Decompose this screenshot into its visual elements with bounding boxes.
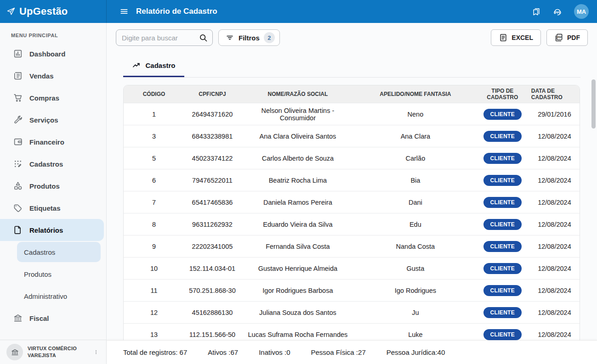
cell-codigo: 6 — [124, 169, 184, 191]
cell-codigo: 3 — [124, 125, 184, 147]
cell-cpf-cnpj: 152.114.034-01 — [184, 258, 240, 280]
cell-codigo: 9 — [124, 235, 184, 258]
cell-apelido: Igo Rodrigues — [355, 280, 476, 302]
cell-apelido: Edu — [355, 213, 476, 235]
cell-tipo: CLIENTE — [476, 125, 529, 147]
sidebar-subitem-label: Produtos — [24, 270, 51, 278]
cell-tipo: CLIENTE — [476, 302, 529, 324]
sidebar-subitem[interactable]: Produtos — [0, 263, 106, 285]
sidebar-item[interactable]: Financeiro — [0, 131, 106, 153]
receipt-icon — [13, 71, 23, 81]
table-header-row: CÓDIGO CPF/CNPJ NOME/RAZÃO SOCIAL APELID… — [124, 85, 580, 103]
cell-codigo: 12 — [124, 302, 184, 324]
sidebar-item-label: Dashboard — [29, 50, 65, 58]
company-switcher[interactable]: VIRTUX COMÉRCIO VAREJISTA — [0, 340, 106, 364]
sidebar-item[interactable]: Cadastros — [0, 153, 106, 175]
cell-data-cadastro: 12/08/2024 — [529, 280, 580, 302]
search-box — [116, 29, 213, 46]
filters-count-badge: 2 — [264, 32, 275, 43]
summary-stat: Total de registros: 67 — [123, 348, 187, 356]
cell-cpf-cnpj: 68433238981 — [184, 125, 240, 147]
cell-apelido: Gusta — [355, 258, 476, 280]
sidebar-item-label: Serviços — [29, 116, 58, 124]
search-icon[interactable] — [199, 33, 208, 42]
dashboard-icon — [13, 49, 23, 59]
column-header: DATA DE CADASTRO — [529, 85, 580, 103]
sidebar-subitem[interactable]: Cadastros — [17, 242, 101, 262]
cell-data-cadastro: 12/08/2024 — [529, 191, 580, 213]
excel-export-button[interactable]: EXCEL — [491, 29, 541, 46]
column-header: APELIDO/NOME FANTASIA — [355, 85, 476, 103]
sidebar-item[interactable]: Compras — [0, 87, 106, 109]
summary-stat: Pessoa Jurídica:40 — [387, 348, 445, 356]
sidebar-item-label: Financeiro — [29, 138, 64, 146]
cell-tipo: CLIENTE — [476, 258, 529, 280]
report-table: CÓDIGO CPF/CNPJ NOME/RAZÃO SOCIAL APELID… — [123, 85, 580, 346]
cell-data-cadastro: 12/08/2024 — [529, 302, 580, 324]
tag-icon — [13, 203, 23, 213]
cell-data-cadastro: 12/08/2024 — [529, 169, 580, 191]
sidebar-item[interactable]: Fiscal — [0, 307, 106, 329]
summary-stat: Ativos :67 — [208, 348, 238, 356]
tipo-cadastro-badge: CLIENTE — [483, 307, 522, 318]
pdf-file-icon: PDF — [554, 33, 563, 42]
table-row[interactable]: 7 65417465836 Daniela Ramos Pereira Dani… — [124, 191, 580, 213]
cell-data-cadastro: 12/08/2024 — [529, 213, 580, 235]
tipo-cadastro-badge: CLIENTE — [483, 263, 522, 274]
cell-cpf-cnpj: 26494371620 — [184, 103, 240, 125]
cell-cpf-cnpj: 570.251.868-30 — [184, 280, 240, 302]
table-row[interactable]: 12 45162886130 Juliana Souza dos Santos … — [124, 302, 580, 324]
vertical-scrollbar[interactable] — [591, 79, 596, 129]
menu-section-label: MENU PRINCIPAL — [0, 23, 106, 43]
sidebar-item[interactable]: Dashboard — [0, 43, 106, 65]
app-registration-icon — [13, 159, 23, 169]
cell-tipo: CLIENTE — [476, 191, 529, 213]
kebab-menu-icon[interactable] — [91, 347, 101, 357]
cell-cpf-cnpj: 45162886130 — [184, 302, 240, 324]
cell-nome: Nelson Oliveira Martins - Consumidor — [240, 103, 355, 125]
cell-cpf-cnpj: 22202341005 — [184, 235, 240, 258]
cell-nome: Carlos Alberto de Souza — [240, 147, 355, 169]
cell-nome: Igor Rodrigues Barbosa — [240, 280, 355, 302]
sidebar-item[interactable]: Produtos — [0, 175, 106, 197]
tipo-cadastro-badge: CLIENTE — [483, 131, 522, 142]
table-row[interactable]: 1 26494371620 Nelson Oliveira Martins - … — [124, 103, 580, 125]
tab-cadastro[interactable]: Cadastro — [123, 55, 184, 77]
company-name: VIRTUX COMÉRCIO VAREJISTA — [28, 345, 87, 359]
sidebar-item[interactable]: Etiquetas — [0, 197, 106, 219]
cell-nome: Fernanda Silva Costa — [240, 235, 355, 258]
cell-apelido: Bia — [355, 169, 476, 191]
support-headset-icon[interactable] — [553, 7, 562, 16]
cell-tipo: CLIENTE — [476, 280, 529, 302]
cell-nome: Juliana Souza dos Santos — [240, 302, 355, 324]
sidebar-item[interactable]: Vendas — [0, 65, 106, 87]
table-row[interactable]: 10 152.114.034-01 Gustavo Henrique Almei… — [124, 258, 580, 280]
page-title: Relatório de Cadastro — [136, 7, 217, 16]
sidebar-item[interactable]: Serviços — [0, 109, 106, 131]
cell-apelido: Ju — [355, 302, 476, 324]
cell-tipo: CLIENTE — [476, 147, 529, 169]
user-avatar[interactable]: MA — [574, 4, 589, 19]
filters-button[interactable]: Filtros 2 — [218, 29, 280, 46]
pdf-export-button[interactable]: PDF PDF — [546, 29, 588, 46]
table-row[interactable]: 11 570.251.868-30 Igor Rodrigues Barbosa… — [124, 280, 580, 302]
cell-data-cadastro: 12/08/2024 — [529, 235, 580, 258]
bank-icon — [6, 344, 23, 360]
table-row[interactable]: 9 22202341005 Fernanda Silva Costa Nanda… — [124, 235, 580, 258]
sidebar-subitem[interactable]: Administrativo — [0, 285, 106, 307]
cell-codigo: 8 — [124, 213, 184, 235]
table-row[interactable]: 5 45023374122 Carlos Alberto de Souza Ca… — [124, 147, 580, 169]
sidebar-nav: Dashboard Vendas Compras Serviço — [0, 43, 106, 340]
menu-hamburger-icon[interactable] — [119, 7, 129, 16]
tabs-bar: Cadastro — [123, 55, 580, 78]
search-input[interactable] — [122, 34, 199, 42]
table-row[interactable]: 6 79476522011 Beatriz Rocha Lima Bia CLI… — [124, 169, 580, 191]
cell-data-cadastro: 12/08/2024 — [529, 125, 580, 147]
sidebar-item-label: Fiscal — [29, 314, 49, 322]
cell-nome: Eduardo Vieira da Silva — [240, 213, 355, 235]
sidebar-item[interactable]: Relatórios — [0, 219, 104, 241]
table-row[interactable]: 3 68433238981 Ana Clara Oliveira Santos … — [124, 125, 580, 147]
bookmarks-icon[interactable] — [532, 7, 541, 16]
table-row[interactable]: 8 96311262932 Eduardo Vieira da Silva Ed… — [124, 213, 580, 235]
sidebar-item-label: Etiquetas — [29, 204, 61, 212]
